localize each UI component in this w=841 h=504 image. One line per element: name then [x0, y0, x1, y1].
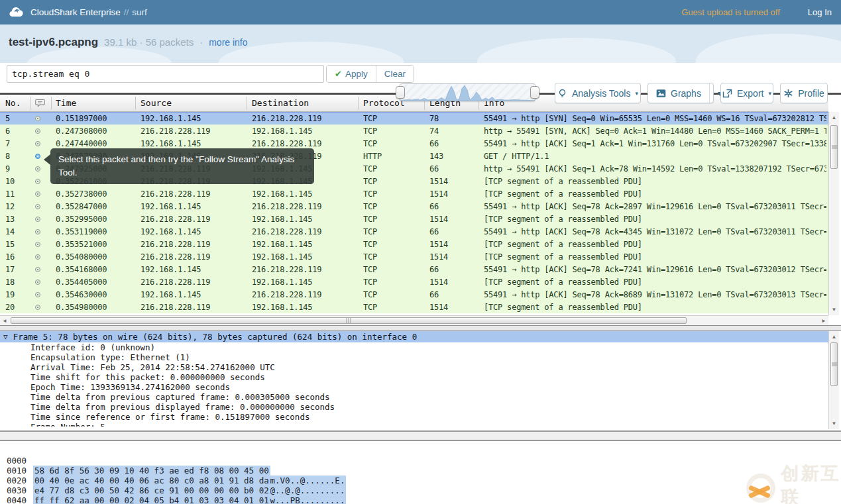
cloud-decoration	[696, 34, 841, 63]
packet-time: 0.151897000	[56, 113, 137, 125]
packet-row[interactable]: 17 0.354168000 192.168.1.145 216.218.228…	[0, 263, 828, 276]
packet-comment-icon[interactable]	[35, 137, 50, 150]
packet-row[interactable]: 6 0.247308000 216.218.228.119 192.168.1.…	[0, 125, 828, 137]
packet-comment-icon[interactable]	[35, 113, 50, 125]
packet-destination: 192.168.1.145	[252, 250, 359, 263]
file-info-bar: test-ipv6.pcapng 39.1 kb · 56 packets · …	[0, 25, 841, 63]
packet-time: 0.352847000	[56, 200, 137, 213]
packet-row[interactable]: 15 0.353521000 216.218.228.119 192.168.1…	[0, 238, 828, 250]
column-header-no[interactable]: No.	[5, 95, 30, 111]
pane-splitter[interactable]	[0, 430, 841, 441]
detail-line[interactable]: Arrival Time: Feb 25, 2014 22:58:54.2741…	[0, 362, 828, 372]
scroll-down-icon[interactable]: ▼	[829, 307, 839, 313]
scrollbar-thumb[interactable]	[830, 342, 838, 386]
hex-bytes[interactable]: ff ff 62 aa 00 00 02 04 05 b4 01 03 03 0…	[33, 495, 270, 504]
packet-row[interactable]: 12 0.352847000 192.168.1.145 216.218.228…	[0, 200, 828, 213]
cloudshark-logo-icon[interactable]	[9, 5, 25, 19]
scrollbar-thumb[interactable]	[830, 125, 838, 169]
packet-protocol: TCP	[363, 250, 424, 263]
packet-length: 1514	[429, 187, 480, 200]
packet-length: 66	[429, 162, 480, 175]
detail-line-clipped[interactable]: Frame Number: 5	[0, 422, 828, 427]
pane-splitter[interactable]	[0, 325, 841, 331]
packet-comment-icon[interactable]	[35, 125, 50, 137]
packet-comment-icon[interactable]	[35, 276, 50, 288]
apply-filter-button[interactable]: ✔Apply	[327, 66, 376, 82]
packet-time: 0.353521000	[56, 238, 137, 250]
login-link[interactable]: Log In	[808, 7, 832, 17]
graphs-button[interactable]: Graphs	[648, 83, 709, 103]
packet-row[interactable]: 14 0.353119000 192.168.1.145 216.218.228…	[0, 225, 828, 238]
packet-info: [TCP segment of a reassembled PDU]	[484, 213, 826, 225]
minimap-left-handle[interactable]	[396, 86, 405, 99]
packet-length: 1514	[429, 276, 480, 288]
packet-row[interactable]: 13 0.352995000 216.218.228.119 192.168.1…	[0, 213, 828, 225]
packet-row[interactable]: 16 0.354080000 216.218.228.119 192.168.1…	[0, 250, 828, 263]
hex-ascii[interactable]: .w...PB.........	[264, 495, 346, 504]
packet-comment-icon[interactable]	[35, 263, 50, 276]
scroll-down-icon[interactable]: ▼	[829, 421, 839, 427]
packet-protocol: HTTP	[363, 150, 424, 162]
expander-triangle-icon[interactable]: ▽	[3, 332, 8, 341]
packet-no: 13	[5, 213, 30, 225]
packet-row[interactable]: 18 0.354405000 216.218.228.119 192.168.1…	[0, 276, 828, 288]
detail-line[interactable]: Time shift for this packet: 0.000000000 …	[0, 372, 828, 382]
packet-comment-icon[interactable]	[35, 250, 50, 263]
packet-list-hscrollbar[interactable]: ◄ ►	[0, 315, 828, 325]
packet-comment-icon[interactable]	[35, 213, 50, 225]
scroll-up-icon[interactable]: ▲	[829, 334, 839, 340]
scrollbar-thumb[interactable]	[11, 317, 687, 324]
packet-protocol: TCP	[363, 125, 424, 137]
frame-summary-row[interactable]: ▽ Frame 5: 78 bytes on wire (624 bits), …	[0, 331, 828, 342]
packet-comment-icon[interactable]	[35, 288, 50, 301]
capture-timeline-minimap[interactable]	[400, 83, 535, 101]
packet-comment-icon[interactable]	[35, 187, 50, 200]
chevron-down-icon: ▾	[768, 90, 771, 97]
detail-pane-vscrollbar[interactable]: ▲ ▼	[828, 331, 839, 429]
packet-comment-icon[interactable]	[35, 225, 50, 238]
column-header-source[interactable]: Source	[140, 95, 248, 111]
packet-list-vscrollbar[interactable]: ▲ ▼	[828, 112, 839, 315]
frame-detail-lines: Interface id: 0 (unknown) Encapsulation …	[0, 342, 828, 422]
detail-line[interactable]: Interface id: 0 (unknown)	[0, 342, 828, 352]
column-header-comment[interactable]	[35, 95, 50, 111]
detail-line[interactable]: Encapsulation type: Ethernet (1)	[0, 352, 828, 362]
analysis-tools-button[interactable]: Analysis Tools▾	[555, 83, 641, 103]
app-title: CloudShark Enterprise//surf	[30, 7, 147, 17]
export-button[interactable]: Export▾	[720, 83, 773, 103]
scroll-up-icon[interactable]: ▲	[829, 115, 839, 121]
hex-row: 0040 08 0a 28 20 42 7c 00 00 00 00 04 02…	[0, 485, 828, 495]
packet-comment-icon[interactable]	[35, 200, 50, 213]
packet-comment-icon[interactable]	[35, 238, 50, 250]
packet-source: 216.218.228.119	[140, 276, 248, 288]
packet-comment-icon[interactable]	[35, 301, 50, 313]
packet-protocol: TCP	[363, 200, 424, 213]
packet-row[interactable]: 20 0.354980000 216.218.228.119 192.168.1…	[0, 301, 828, 313]
profile-button[interactable]: Profile	[780, 83, 828, 103]
column-header-destination[interactable]: Destination	[252, 95, 359, 111]
packet-row[interactable]: 11 0.352738000 216.218.228.119 192.168.1…	[0, 187, 828, 200]
display-filter-input[interactable]	[7, 65, 324, 83]
clear-filter-button[interactable]: Clear	[376, 66, 414, 82]
context-link[interactable]: surf	[132, 7, 147, 17]
more-info-link[interactable]: more info	[209, 37, 247, 48]
packet-source: 216.218.228.119	[140, 238, 248, 250]
packet-info: 55491 → http [ACK] Seq=78 Ack=4345 Win=1…	[484, 225, 826, 238]
packet-comment-icon[interactable]	[35, 175, 50, 187]
packet-length: 1514	[429, 175, 480, 187]
packet-time: 0.352995000	[56, 213, 137, 225]
detail-line[interactable]: Time delta from previous captured frame:…	[0, 392, 828, 402]
packet-row[interactable]: 5 0.151897000 192.168.1.145 216.218.228.…	[0, 112, 828, 125]
minimap-right-handle[interactable]	[530, 86, 539, 99]
column-header-time[interactable]: Time	[56, 95, 137, 111]
packet-source: 216.218.228.119	[140, 250, 248, 263]
detail-line[interactable]: Time since reference or first frame: 0.1…	[0, 412, 828, 422]
detail-line[interactable]: Epoch Time: 1393369134.274162000 seconds	[0, 382, 828, 392]
packet-protocol: TCP	[363, 238, 424, 250]
packet-row[interactable]: 19 0.354630000 192.168.1.145 216.218.228…	[0, 288, 828, 301]
scroll-left-icon[interactable]: ◄	[0, 318, 9, 324]
packet-info: 55491 → http [ACK] Seq=78 Ack=8689 Win=1…	[484, 288, 826, 301]
scroll-right-icon[interactable]: ►	[819, 318, 828, 324]
detail-line[interactable]: Time delta from previous displayed frame…	[0, 402, 828, 412]
meta-dot: ·	[199, 36, 203, 48]
